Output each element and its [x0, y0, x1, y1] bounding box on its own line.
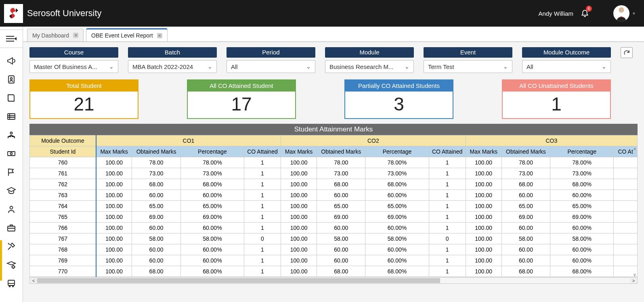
- cash-icon[interactable]: [6, 148, 17, 159]
- tab-my-dashboard[interactable]: My Dashboard ✕: [27, 29, 84, 42]
- table-row[interactable]: 760100.0078.0078.00%1100.0078.0078.00%11…: [30, 157, 638, 168]
- app-title: Serosoft University: [27, 8, 102, 19]
- scroll-right-icon[interactable]: >: [630, 278, 637, 283]
- col-group-co2: CO2: [281, 135, 466, 146]
- col-header: Percentage: [180, 146, 244, 157]
- cell-value: 1: [244, 244, 281, 255]
- user-menu-chevron-icon[interactable]: ▼: [632, 11, 636, 16]
- svg-point-8: [10, 206, 13, 209]
- refresh-button[interactable]: [621, 47, 633, 58]
- graduate-icon[interactable]: [6, 185, 17, 196]
- cell-value: 60.00: [132, 244, 180, 255]
- table-row[interactable]: 768100.0060.0060.00%1100.0060.0060.00%11…: [30, 244, 638, 255]
- cell-student-id: 761: [30, 168, 96, 179]
- cell-value: 100.00: [96, 212, 132, 223]
- cell-value: 65.00%: [180, 201, 244, 212]
- scroll-up-icon[interactable]: ʌ: [634, 146, 636, 151]
- filters-row: Course Master Of Business A...⌄ Batch MB…: [23, 42, 644, 77]
- kpi-label: All CO Unattained Students: [503, 80, 610, 92]
- col-header: Obtained Marks: [317, 146, 365, 157]
- briefcase-icon[interactable]: [6, 222, 17, 233]
- filter-header-course: Course: [29, 47, 118, 58]
- cell-value: 60.00%: [180, 190, 244, 201]
- cell-value: 73.00%: [365, 168, 429, 179]
- table-row[interactable]: 761100.0073.0073.00%1100.0073.0073.00%11…: [30, 168, 638, 179]
- filter-header-period: Period: [227, 47, 315, 58]
- module-outcome-select[interactable]: All⌄: [522, 60, 611, 73]
- flag-icon[interactable]: [6, 167, 17, 178]
- tab-obe-event-report[interactable]: OBE Event Level Report ✕: [86, 28, 168, 42]
- cell-value: 100.00: [466, 168, 501, 179]
- period-select[interactable]: All⌄: [227, 60, 315, 73]
- book-icon[interactable]: [6, 92, 17, 104]
- chevron-down-icon: ⌄: [208, 63, 212, 70]
- scroll-thumb[interactable]: [37, 278, 440, 283]
- attainment-table: Student Attainment Marks Module Outcome …: [29, 124, 638, 284]
- reader-icon[interactable]: [6, 129, 17, 141]
- cell-value: 78.00: [132, 157, 180, 168]
- tools-icon[interactable]: [6, 241, 17, 252]
- svg-rect-4: [8, 114, 15, 119]
- col-header: Obtained Marks: [132, 146, 180, 157]
- announcement-icon[interactable]: [6, 55, 17, 67]
- cell-value: 78.00%: [550, 157, 614, 168]
- cell-value: 100.00: [281, 190, 317, 201]
- cell-value: 100.00: [96, 266, 132, 277]
- col-group-co3: CO3: [466, 135, 637, 146]
- cell-value: 1: [244, 266, 281, 277]
- cell-value: 68.00%: [365, 266, 429, 277]
- notification-count-badge: 6: [586, 6, 592, 12]
- event-select[interactable]: Term Test⌄: [424, 60, 512, 73]
- cell-value: 1: [429, 212, 466, 223]
- list-icon[interactable]: [6, 111, 17, 122]
- col-student-id: Student Id: [30, 146, 96, 157]
- id-card-icon[interactable]: [6, 74, 17, 85]
- cell-value: 58.00%: [365, 233, 429, 244]
- svg-point-10: [12, 266, 15, 268]
- svg-point-12: [9, 286, 10, 287]
- chevron-down-icon: ⌄: [109, 63, 114, 70]
- close-icon[interactable]: ✕: [73, 33, 78, 38]
- cell-value: 60.00%: [550, 190, 614, 201]
- scroll-left-icon[interactable]: <: [30, 278, 37, 283]
- scroll-down-icon[interactable]: v: [634, 273, 636, 277]
- svg-point-3: [10, 78, 13, 80]
- cell-value: 1: [429, 244, 466, 255]
- horizontal-scrollbar[interactable]: < >: [29, 277, 638, 284]
- bus-icon[interactable]: [6, 278, 17, 289]
- table-row[interactable]: 765100.0069.0069.00%1100.0069.0069.00%11…: [30, 212, 638, 223]
- table-row[interactable]: 764100.0065.0065.00%1100.0065.0065.00%11…: [30, 201, 638, 212]
- cell-value: 69.00%: [365, 212, 429, 223]
- table-row[interactable]: 769100.0060.0060.00%1100.0060.0060.00%11…: [30, 255, 638, 266]
- table-row[interactable]: 766100.0060.0060.00%1100.0060.0060.00%11…: [30, 223, 638, 233]
- vertical-scrollbar[interactable]: ʌv: [631, 146, 638, 277]
- app-logo[interactable]: [4, 4, 23, 23]
- cell-value: 100.00: [96, 157, 132, 168]
- table-row[interactable]: 763100.0060.0060.00%1100.0060.0060.00%11…: [30, 190, 638, 201]
- user-avatar[interactable]: [613, 5, 629, 21]
- scroll-track[interactable]: [37, 278, 630, 283]
- sidebar-toggle[interactable]: [0, 29, 23, 48]
- cell-value: 1: [429, 223, 466, 233]
- person-icon[interactable]: [6, 204, 17, 215]
- cell-value: 60.00%: [180, 244, 244, 255]
- table-row[interactable]: 762100.0068.0068.00%1100.0068.0068.00%11…: [30, 179, 638, 190]
- notifications-button[interactable]: 6: [581, 8, 589, 19]
- close-icon[interactable]: ✕: [157, 33, 162, 38]
- cell-value: 1: [244, 212, 281, 223]
- module-select[interactable]: Business Research M...⌄: [325, 60, 414, 73]
- table-row[interactable]: 770100.0068.0068.00%1100.0068.0068.00%11…: [30, 266, 638, 277]
- table-row[interactable]: 767100.0058.0058.00%0100.0058.0058.00%01…: [30, 233, 638, 244]
- filter-header-batch: Batch: [128, 47, 217, 58]
- filter-header-module: Module: [325, 47, 414, 58]
- kpi-partially-co-attained: Partially CO Attained Students 3: [344, 79, 453, 119]
- svg-point-13: [13, 286, 14, 287]
- top-bar: Serosoft University Andy William 6 ▼: [0, 0, 644, 27]
- cap-gear-icon[interactable]: [6, 259, 17, 271]
- kpi-total-student: Total Student 21: [29, 79, 138, 119]
- svg-rect-1: [621, 12, 623, 17]
- kpi-row: Total Student 21 All CO Attained Student…: [23, 77, 644, 124]
- cell-value: 60.00: [501, 223, 550, 233]
- course-select[interactable]: Master Of Business A...⌄: [29, 60, 118, 73]
- batch-select[interactable]: MBA Batch 2022-2024⌄: [128, 60, 217, 73]
